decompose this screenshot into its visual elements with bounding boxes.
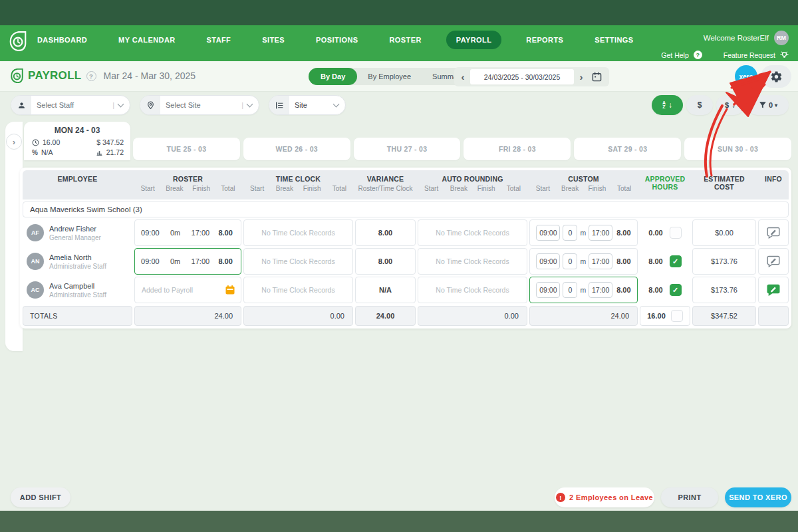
help-links: Get Help ? Feature Request [661,51,789,59]
nav-item-settings[interactable]: SETTINGS [588,31,640,49]
roster-break: 0m [163,229,188,237]
day-tab-monday-active[interactable]: MON 24 - 03 16.00 $ 347.52 %N/A 21.72 [24,122,130,160]
cost-value: $173.76 [711,257,737,265]
approve-all-checkbox[interactable] [671,310,683,322]
expand-panel-button[interactable]: › [6,134,22,150]
gear-icon [770,70,783,83]
dollar-toggle-button[interactable]: $ [686,95,713,115]
day-tab-wednesday[interactable]: WED 26 - 03 [243,138,350,160]
roster-cell[interactable]: 09:000m17:008.00 [134,219,241,246]
sort-amount-button[interactable]: $↓ [716,95,744,115]
nav-item-roster[interactable]: ROSTER [383,31,428,49]
feature-request-link[interactable]: Feature Request [724,51,775,59]
nav-item-dashboard[interactable]: DASHBOARD [31,31,94,49]
day-tab-tuesday[interactable]: TUE 25 - 03 [133,138,240,160]
filter-row: Select Staff | Select Site | Site AZ ↓ $… [0,92,798,118]
settings-gear-button[interactable] [761,65,791,88]
rosterelf-logo-icon[interactable] [9,31,27,51]
group-by-dropdown[interactable]: Site [269,95,346,115]
user-avatar[interactable]: RM [774,31,789,45]
comment-pencil-icon [767,284,780,296]
nav-item-sites[interactable]: SITES [255,31,291,49]
select-site-dropdown[interactable]: Select Site | [140,95,259,115]
employee-name: Amelia North [49,253,106,261]
table-header: EMPLOYEE ROSTER StartBreakFinishTotal TI… [23,170,789,200]
col-employee: EMPLOYEE [23,175,132,183]
custom-finish-input[interactable] [589,225,612,241]
roster-cell[interactable]: 09:000m17:008.00 [134,248,241,275]
date-range-input[interactable]: 24/03/2025 - 30/03/2025 [470,69,574,84]
nav-item-payroll[interactable]: PAYROLL [446,31,502,49]
day-tab-saturday[interactable]: SAT 29 - 03 [574,138,681,160]
print-button[interactable]: PRINT [661,487,718,507]
person-icon [17,101,26,110]
get-help-link[interactable]: Get Help [661,51,688,59]
select-staff-dropdown[interactable]: Select Staff | [11,95,130,115]
nav-item-positions[interactable]: POSITIONS [309,31,365,49]
nav-item-reports[interactable]: REPORTS [519,31,570,49]
tab-by-day[interactable]: By Day [309,68,357,85]
custom-start-input[interactable] [536,253,560,269]
employee-role: General Manager [49,234,101,241]
no-records-note: No Time Clock Records [261,229,334,237]
site-group-row: Aqua Mavericks Swim School (3) [23,201,789,217]
calendar-picker-button[interactable] [584,67,609,86]
view-toggle: By Day By Employee Summary [309,68,474,85]
sub-finish: Finish [473,185,500,192]
info-note-button[interactable] [758,277,789,303]
approve-checkbox[interactable] [670,255,682,267]
send-to-xero-button[interactable]: SEND TO XERO [725,487,791,507]
custom-finish-input[interactable] [589,253,612,269]
custom-finish-input[interactable] [589,282,612,298]
no-records-note: No Time Clock Records [261,257,334,265]
employee-name: Andrew Fisher [49,225,101,233]
day-tab-thursday[interactable]: THU 27 - 03 [354,138,461,160]
custom-cell: m 8.00 [529,277,638,303]
totals-time-clock: 0.00 [243,306,353,326]
day-cost-value: $ 347.52 [96,138,124,146]
custom-break-input[interactable] [563,225,577,241]
custom-break-input[interactable] [563,253,577,269]
help-question-icon[interactable]: ? [694,51,702,59]
sub-start: Start [134,185,161,192]
caret-down-icon: ▾ [775,102,777,108]
sub-finish: Finish [584,185,611,192]
col-custom: CUSTOM [529,175,638,183]
variance-value: 8.00 [378,229,392,237]
top-band [0,0,798,25]
custom-break-input[interactable] [563,282,577,298]
site-group-label: Aqua Mavericks Swim School (3) [23,201,789,217]
filter-funnel-button[interactable]: 0 ▾ [747,95,789,115]
select-site-placeholder: Select Site [160,101,241,109]
totals-approved: 16.00 [640,306,690,326]
sort-alpha-button[interactable]: AZ ↓ [652,95,683,115]
comment-pencil-icon [767,227,780,239]
employee-role: Administrative Staff [49,263,106,270]
info-note-button[interactable] [758,219,789,246]
xero-connection-badge[interactable]: xero [735,65,757,88]
calendar-orange-icon[interactable] [225,285,235,295]
add-shift-button[interactable]: ADD SHIFT [11,487,70,507]
minutes-unit: m [580,229,586,237]
nav-item-staff[interactable]: STAFF [200,31,238,49]
select-staff-placeholder: Select Staff [31,101,112,109]
approve-checkbox[interactable] [670,284,682,296]
approve-checkbox[interactable] [670,227,682,239]
col-time-clock: TIME CLOCK [243,175,353,183]
day-tab-friday[interactable]: FRI 28 - 03 [464,138,571,160]
roster-cell-added-to-payroll[interactable]: Added to Payroll [134,277,241,303]
custom-start-input[interactable] [536,225,560,241]
sub-total: Total [500,185,527,192]
prev-week-button[interactable]: ‹ [457,71,469,82]
tab-by-employee[interactable]: By Employee [357,68,422,85]
info-note-button[interactable] [758,248,789,275]
employees-on-leave-button[interactable]: ! 2 Employees on Leave [555,487,654,507]
day-tab-sunday[interactable]: SUN 30 - 03 [684,138,791,160]
nav-item-my-calendar[interactable]: MY CALENDAR [112,31,182,49]
list-group-icon [275,101,284,110]
custom-start-input[interactable] [536,282,560,298]
payroll-help-icon[interactable]: ? [86,71,96,81]
sub-break: Break [271,185,298,192]
roster-start: 09:00 [138,229,163,237]
sub-start: Start [529,185,557,192]
